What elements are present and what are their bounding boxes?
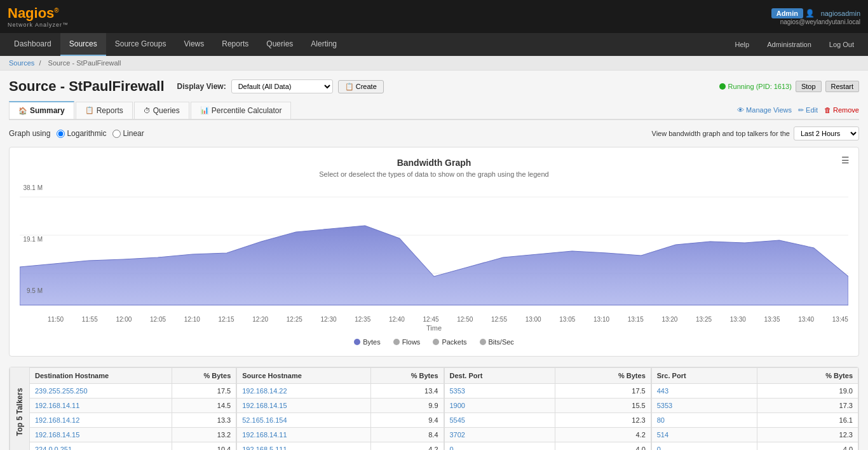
y-axis-labels: 38.1 M 19.1 M 9.5 M: [20, 184, 45, 294]
table-row: 5353 17.5: [444, 384, 651, 399]
chart-container: ☰ Bandwidth Graph Select or deselect the…: [9, 147, 859, 357]
x-label-17: 13:15: [628, 316, 644, 323]
destination-table: Destination Hostname % Bytes 239.255.255…: [29, 367, 236, 450]
legend-bytes-label: Bytes: [363, 338, 381, 346]
dest-port-link[interactable]: 5545: [450, 416, 465, 424]
tab-percentile-calculator[interactable]: 📊 Percentile Calculator: [191, 102, 292, 119]
nav-help[interactable]: Help: [726, 34, 759, 55]
src-port-cell: 0: [651, 442, 757, 451]
src-hostname-link[interactable]: 192.168.14.11: [242, 431, 287, 439]
x-label-9: 12:35: [355, 316, 370, 323]
nav-logout[interactable]: Log Out: [820, 34, 863, 55]
manage-views-link[interactable]: 👁 Manage Views: [737, 106, 792, 114]
nav-source-groups[interactable]: Source Groups: [106, 33, 175, 56]
nav-alerting[interactable]: Alerting: [302, 33, 346, 56]
top-talkers-section: Top 5 Talkers Destination Hostname % Byt…: [9, 367, 859, 450]
restart-button[interactable]: Restart: [825, 81, 859, 92]
source-table: Source Hostname % Bytes 192.168.14.22 13…: [236, 367, 444, 450]
dest-hostname-link[interactable]: 192.168.14.15: [35, 431, 79, 439]
tab-summary[interactable]: 🏠 Summary: [9, 101, 74, 119]
legend-packets[interactable]: Packets: [433, 338, 466, 346]
breadcrumb-sources[interactable]: Sources: [9, 59, 34, 67]
table-row: 0 4.0: [651, 442, 858, 451]
dest-port-link[interactable]: 3702: [450, 431, 465, 439]
dest-hostname-cell: 192.168.14.12: [30, 413, 172, 428]
x-label-11: 12:45: [423, 316, 439, 323]
dest-hostname-link[interactable]: 239.255.255.250: [35, 387, 88, 395]
display-view-select[interactable]: Default (All Data) Custom View 1: [231, 79, 333, 93]
x-label-13: 12:55: [491, 316, 507, 323]
x-label-12: 12:50: [457, 316, 473, 323]
nav-dashboard[interactable]: Dashboard: [5, 33, 60, 56]
y-label-top: 38.1 M: [20, 184, 43, 191]
linear-label: Linear: [123, 129, 144, 138]
src-hostname-link[interactable]: 192.168.14.15: [242, 402, 287, 409]
src-hostname-link[interactable]: 52.165.16.154: [242, 416, 287, 424]
linear-option[interactable]: Linear: [112, 129, 144, 138]
nav-reports[interactable]: Reports: [213, 33, 257, 56]
src-hostname-cell: 52.165.16.154: [237, 413, 371, 428]
top-talkers-tables: Destination Hostname % Bytes 239.255.255…: [29, 367, 858, 450]
nav-queries[interactable]: Queries: [257, 33, 302, 56]
x-axis-labels: 11:50 11:55 12:00 12:05 12:10 12:15 12:2…: [48, 316, 848, 323]
dest-port-bytes-cell: 4.0: [555, 442, 651, 451]
display-view-area: Display View: Default (All Data) Custom …: [177, 79, 384, 93]
dest-port-cell: 0: [444, 442, 555, 451]
pencil-icon: ✏: [798, 106, 804, 114]
dest-port-link[interactable]: 0: [450, 446, 454, 450]
legend-bits-sec[interactable]: Bits/Sec: [480, 338, 514, 346]
dest-hostname-link[interactable]: 192.168.14.11: [35, 402, 79, 409]
dest-port-link[interactable]: 5353: [450, 387, 465, 395]
src-port-link[interactable]: 443: [657, 387, 668, 395]
table-row: 52.165.16.154 9.4: [237, 413, 444, 428]
tab-queries[interactable]: ⏱ Queries: [134, 102, 189, 119]
src-port-link[interactable]: 514: [657, 431, 668, 439]
src-bytes-cell: 8.4: [371, 428, 444, 442]
status-text: Running (PID: 1613): [728, 83, 792, 90]
src-port-link[interactable]: 0: [657, 446, 661, 450]
src-hostname-link[interactable]: 192.168.5.111: [242, 446, 287, 450]
src-port-bytes-cell: 4.0: [757, 442, 858, 451]
src-bytes-cell: 4.2: [371, 442, 444, 451]
time-select[interactable]: Last 2 Hours Last Hour Last 4 Hours Last…: [794, 126, 859, 140]
src-hostname-link[interactable]: 192.168.14.22: [242, 387, 287, 395]
stop-button[interactable]: Stop: [796, 81, 822, 92]
x-label-21: 13:35: [764, 316, 780, 323]
nav-left: Dashboard Sources Source Groups Views Re…: [5, 33, 346, 56]
logarithmic-radio[interactable]: [57, 130, 65, 138]
src-port-link[interactable]: 80: [657, 416, 665, 424]
src-port-link[interactable]: 5353: [657, 402, 672, 409]
logarithmic-option[interactable]: Logarithmic: [57, 129, 106, 138]
graph-options-row: Graph using Logarithmic Linear View band…: [9, 126, 859, 140]
edit-link[interactable]: ✏ Edit: [798, 106, 818, 114]
legend-bytes[interactable]: Bytes: [354, 338, 381, 346]
legend-flows[interactable]: Flows: [393, 338, 421, 346]
dest-hostname-link[interactable]: 224.0.0.251: [35, 446, 72, 450]
dest-hostname-link[interactable]: 192.168.14.12: [35, 416, 79, 424]
username-link[interactable]: nagiosadmin: [821, 10, 860, 17]
page-title: Source - StPaulFirewall: [9, 78, 165, 95]
legend-flows-dot: [393, 339, 400, 345]
nav-sources[interactable]: Sources: [60, 33, 106, 56]
src-port-bytes-cell: 19.0: [757, 384, 858, 399]
dest-hostname-cell: 224.0.0.251: [30, 442, 172, 451]
table-row: 239.255.255.250 17.5: [30, 384, 236, 399]
nav-administration[interactable]: Administration: [758, 34, 820, 55]
linear-radio[interactable]: [112, 130, 121, 138]
src-port-table: Src. Port % Bytes 443 19.0 5353 17.3: [651, 367, 858, 450]
dest-port-cell: 5353: [444, 384, 555, 399]
x-label-18: 13:20: [661, 316, 677, 323]
nav-views[interactable]: Views: [175, 33, 213, 56]
x-label-7: 12:25: [287, 316, 302, 323]
x-label-2: 12:00: [116, 316, 132, 323]
dest-port-cell: 5545: [444, 413, 555, 428]
create-button[interactable]: 📋 Create: [338, 80, 384, 93]
logo-text: Nagios: [8, 5, 54, 21]
src-bytes-cell: 9.9: [371, 399, 444, 413]
remove-link[interactable]: 🗑 Remove: [824, 106, 859, 114]
title-left: Source - StPaulFirewall Display View: De…: [9, 78, 384, 95]
x-label-23: 13:45: [832, 316, 848, 323]
tab-reports[interactable]: 📋 Reports: [76, 102, 133, 119]
dest-port-link[interactable]: 1900: [450, 402, 465, 409]
chart-menu-icon[interactable]: ☰: [841, 155, 850, 165]
